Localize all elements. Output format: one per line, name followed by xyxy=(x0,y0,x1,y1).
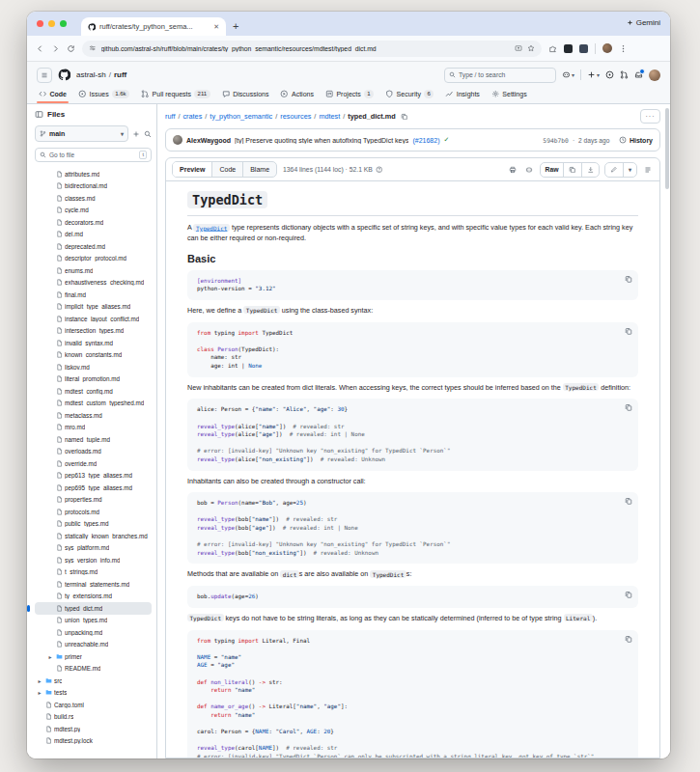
tree-item-del.md[interactable]: del.md xyxy=(35,229,152,241)
go-to-file-input[interactable]: Go to file t xyxy=(35,148,152,162)
tree-item-mro.md[interactable]: mro.md xyxy=(35,422,152,434)
chevron-right-icon[interactable]: ▸ xyxy=(37,689,42,696)
zoom-window-button[interactable] xyxy=(60,20,67,27)
search-this-repo-button[interactable] xyxy=(144,130,152,138)
tab-preview[interactable]: Preview xyxy=(173,162,212,177)
your-pull-requests-icon[interactable] xyxy=(620,70,629,79)
outline-button[interactable] xyxy=(642,164,654,176)
copy-code-button[interactable] xyxy=(625,327,632,335)
tree-item-deprecated.md[interactable]: deprecated.md xyxy=(35,240,152,253)
notifications-inbox-button[interactable] xyxy=(634,70,643,79)
tree-item-tests[interactable]: ▸tests xyxy=(35,687,152,700)
copy-code-button[interactable] xyxy=(625,275,632,283)
copy-code-button[interactable] xyxy=(625,403,632,411)
copy-raw-button[interactable] xyxy=(564,163,582,177)
print-button[interactable] xyxy=(507,164,518,176)
tab-close-icon[interactable]: ✕ xyxy=(213,23,219,30)
nav-item-insights[interactable]: Insights xyxy=(440,87,485,103)
tree-item-t_strings.md[interactable]: t_strings.md xyxy=(35,566,152,579)
back-button[interactable] xyxy=(36,44,44,53)
tree-item-pep695_type_aliases.md[interactable]: pep695_type_aliases.md xyxy=(35,482,152,494)
branch-selector[interactable]: main ▾ xyxy=(35,125,128,142)
address-bar[interactable]: github.com/astral-sh/ruff/blob/main/crat… xyxy=(82,41,542,57)
tree-item-overloads.md[interactable]: overloads.md xyxy=(35,446,152,458)
tree-item-literal_promotion.md[interactable]: literal_promotion.md xyxy=(35,373,152,386)
breadcrumb-link[interactable]: ty_python_semantic xyxy=(210,112,272,121)
repo-link[interactable]: ruff xyxy=(114,70,126,79)
nav-item-actions[interactable]: Actions xyxy=(275,87,318,103)
tree-item-mdtest.py[interactable]: mdtest.py xyxy=(35,723,152,735)
copy-code-button[interactable] xyxy=(625,497,632,505)
tree-item-build.rs[interactable]: build.rs xyxy=(35,711,152,724)
tree-item-public_types.md[interactable]: public_types.md xyxy=(35,518,152,531)
copilot-menu-button[interactable]: ▾ xyxy=(562,70,574,79)
tree-item-decorators.md[interactable]: decorators.md xyxy=(35,216,152,229)
breadcrumb-link[interactable]: resources xyxy=(280,112,311,121)
tree-item-sys_version_info.md[interactable]: sys_version_info.md xyxy=(35,554,152,566)
new-tab-button[interactable]: + xyxy=(233,21,238,32)
tree-item-invalid_syntax.md[interactable]: invalid_syntax.md xyxy=(35,337,152,349)
extensions-puzzle-icon[interactable] xyxy=(548,44,557,53)
tree-item-final.md[interactable]: final.md xyxy=(35,289,152,301)
close-window-button[interactable] xyxy=(37,20,43,27)
scrollbar-thumb[interactable] xyxy=(665,108,669,189)
bookmark-star-icon[interactable] xyxy=(527,44,535,52)
global-search-button[interactable]: Type / to search xyxy=(444,68,556,83)
nav-item-settings[interactable]: Settings xyxy=(487,87,532,103)
tree-item-primer[interactable]: ▸primer xyxy=(35,650,152,663)
tree-item-mdtest_custom_typeshed.md[interactable]: mdtest_custom_typeshed.md xyxy=(35,398,152,410)
copy-code-button[interactable] xyxy=(625,635,632,643)
nav-item-discussions[interactable]: Discussions xyxy=(217,87,274,103)
collapse-sidebar-icon[interactable] xyxy=(35,110,43,119)
tree-item-typed_dict.md[interactable]: typed_dict.md xyxy=(35,602,152,615)
tree-item-liskov.md[interactable]: liskov.md xyxy=(35,361,152,373)
breadcrumb-link[interactable]: ruff xyxy=(165,112,175,121)
tree-item-src[interactable]: ▸src xyxy=(35,675,152,687)
tree-item-metaclass.md[interactable]: metaclass.md xyxy=(35,409,152,422)
tree-item-known_constants.md[interactable]: known_constants.md xyxy=(35,349,152,362)
commit-message[interactable]: [ty] Preserve quoting style when autofix… xyxy=(235,137,408,144)
tree-item-union_types.md[interactable]: union_types.md xyxy=(35,615,152,627)
breadcrumb-link[interactable]: crates xyxy=(182,112,202,121)
tree-item-ty_extensions.md[interactable]: ty_extensions.md xyxy=(35,591,152,603)
gemini-button[interactable]: Gemini xyxy=(627,18,660,29)
commit-sha[interactable]: 594b7b0 xyxy=(543,137,569,144)
browser-tab[interactable]: ruff/crates/ty_python_sema... ✕ xyxy=(81,17,226,36)
tree-item-statically_known_branches.md[interactable]: statically_known_branches.md xyxy=(35,530,152,542)
browser-menu-icon[interactable] xyxy=(619,44,628,53)
tree-item-bidirectional.md[interactable]: bidirectional.md xyxy=(35,180,152,193)
chevron-right-icon[interactable]: ▸ xyxy=(47,653,53,660)
tree-item-exhaustiveness_checking.md[interactable]: exhaustiveness_checking.md xyxy=(35,277,152,290)
edit-file-button[interactable] xyxy=(605,163,624,177)
tree-item-unreachable.md[interactable]: unreachable.md xyxy=(35,639,152,651)
tree-item-intersection_types.md[interactable]: intersection_types.md xyxy=(35,325,152,338)
forward-button[interactable] xyxy=(51,44,60,53)
org-link[interactable]: astral-sh xyxy=(76,70,106,79)
commit-pr-link[interactable]: (#21682) xyxy=(412,137,439,144)
add-file-button[interactable] xyxy=(132,130,140,138)
breadcrumb-link[interactable]: mdtest xyxy=(319,112,340,121)
browser-profile-avatar[interactable] xyxy=(602,43,612,53)
tab-blame[interactable]: Blame xyxy=(243,162,276,177)
tree-item-properties.md[interactable]: properties.md xyxy=(35,494,152,507)
commit-checks-passed-icon[interactable]: ✓ xyxy=(443,136,449,144)
copilot-file-button[interactable] xyxy=(523,164,535,176)
history-button[interactable]: History xyxy=(613,136,653,144)
tree-item-instance_layout_conflict.md[interactable]: instance_layout_conflict.md xyxy=(35,313,152,325)
tree-item-Cargo.toml[interactable]: Cargo.toml xyxy=(35,699,152,711)
tab-code[interactable]: Code xyxy=(212,162,243,177)
nav-item-pull-requests[interactable]: Pull requests211 xyxy=(136,87,215,103)
extension-icon-2[interactable] xyxy=(579,44,588,53)
tree-item-sys_platform.md[interactable]: sys_platform.md xyxy=(35,542,152,555)
copy-code-button[interactable] xyxy=(625,591,632,598)
more-options-button[interactable]: ··· xyxy=(640,109,660,124)
nav-item-projects[interactable]: Projects1 xyxy=(321,87,378,103)
tree-item-implicit_type_aliases.md[interactable]: implicit_type_aliases.md xyxy=(35,301,152,314)
commit-time[interactable]: 2 days ago xyxy=(578,137,609,144)
commit-author[interactable]: AlexWaygood xyxy=(186,137,231,144)
share-icon[interactable] xyxy=(515,44,522,52)
chevron-right-icon[interactable]: ▸ xyxy=(37,677,42,684)
download-raw-button[interactable] xyxy=(582,163,600,177)
your-issues-icon[interactable] xyxy=(605,70,614,79)
user-avatar[interactable] xyxy=(649,69,660,81)
